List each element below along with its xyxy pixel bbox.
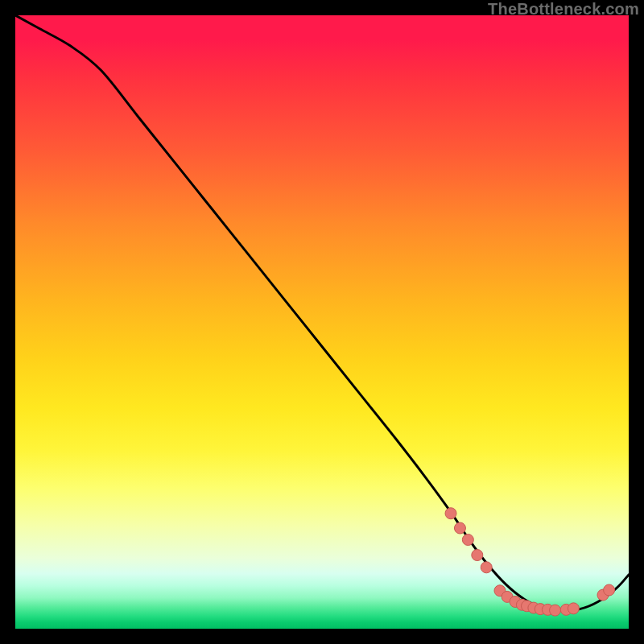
watermark-text: TheBottleneck.com [488, 0, 639, 19]
chart-stage: TheBottleneck.com [0, 0, 644, 644]
curve-marker [550, 605, 561, 616]
curve-marker [462, 535, 473, 546]
curve-marker [481, 562, 492, 573]
curve-markers [445, 508, 615, 616]
curve-marker [604, 584, 615, 596]
bottleneck-curve [15, 15, 629, 610]
plot-area [15, 15, 629, 629]
curve-layer [15, 15, 629, 629]
curve-marker [454, 522, 465, 534]
curve-marker [568, 603, 579, 614]
curve-marker [472, 550, 483, 561]
curve-marker [445, 508, 456, 519]
